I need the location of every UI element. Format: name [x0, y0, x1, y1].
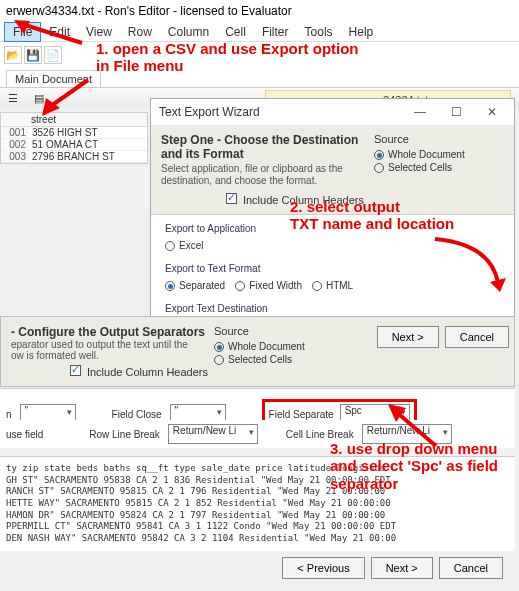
open-icon[interactable]: 📂 — [4, 46, 22, 64]
row-number: 001 — [1, 127, 29, 138]
field-n-label: n — [6, 409, 12, 420]
grid-row: 001 3526 HIGH ST — [1, 127, 147, 139]
separated-radio[interactable]: Separated — [165, 280, 225, 291]
save-icon[interactable]: 💾 — [24, 46, 42, 64]
close-icon[interactable]: ✕ — [478, 105, 506, 119]
source-title: Source — [374, 133, 504, 145]
row-linebreak-dropdown[interactable]: Return/New Li — [168, 424, 258, 444]
cell[interactable]: 51 OMAHA CT — [29, 139, 101, 150]
include-headers2-label: Include Column Headers — [87, 366, 208, 378]
field-close-label: Field Close — [112, 409, 162, 420]
window-title: erwerw34334.txt - Ron's Editor - license… — [6, 4, 292, 18]
wizard-title: Text Export Wizard — [159, 105, 260, 119]
grid-header: street — [1, 113, 147, 127]
toolbar: 📂 💾 📄 — [0, 42, 519, 68]
include-headers-checkbox[interactable] — [226, 193, 237, 204]
menubar: File Edit View Row Column Cell Filter To… — [0, 22, 519, 42]
cell-linebreak-dropdown[interactable]: Return/New Li — [362, 424, 452, 444]
menu-row[interactable]: Row — [120, 23, 160, 41]
prev-button[interactable]: < Previous — [282, 557, 364, 579]
cancel2-button[interactable]: Cancel — [439, 557, 503, 579]
export-textfmt-label: Export to Text Format — [165, 263, 500, 274]
cell-linebreak-label: Cell Line Break — [286, 429, 354, 440]
source-selected-cells-radio[interactable]: Selected Cells — [374, 162, 504, 173]
excel-radio[interactable]: Excel — [165, 240, 203, 251]
menu-cell[interactable]: Cell — [217, 23, 254, 41]
source2-whole-radio[interactable]: Whole Document — [214, 341, 344, 352]
source2-selected-radio[interactable]: Selected Cells — [214, 354, 344, 365]
export-app-label: Export to Application — [165, 223, 500, 234]
step1-buttons: Next > Cancel — [377, 326, 509, 348]
cell[interactable]: 2796 BRANCH ST — [29, 151, 118, 162]
grid-row: 002 51 OMAHA CT — [1, 139, 147, 151]
data-grid: street 001 3526 HIGH ST 002 51 OMAHA CT … — [0, 112, 148, 164]
menu-column[interactable]: Column — [160, 23, 217, 41]
footer-buttons: < Previous Next > Cancel — [276, 551, 509, 585]
next-button[interactable]: Next > — [377, 326, 439, 348]
fixedwidth-radio[interactable]: Fixed Width — [235, 280, 302, 291]
menu-help[interactable]: Help — [341, 23, 382, 41]
wizard-titlebar: Text Export Wizard — ☐ ✕ — [151, 99, 514, 125]
doc-tabbar: Main Document — [0, 68, 519, 88]
row-number: 003 — [1, 151, 29, 162]
window-controls: — ☐ ✕ — [406, 105, 506, 119]
step2-desc: eparator used to output the text until t… — [11, 339, 214, 361]
menu-tools[interactable]: Tools — [297, 23, 341, 41]
window-titlebar: erwerw34334.txt - Ron's Editor - license… — [0, 0, 519, 22]
minimize-icon[interactable]: — — [406, 105, 434, 119]
use-field-label: use field — [6, 429, 43, 440]
source-whole-doc-radio[interactable]: Whole Document — [374, 149, 504, 160]
preview-text: ty zip state beds baths sq__ft type sale… — [0, 456, 515, 551]
step1-desc: Select application, file or clipboard as… — [161, 163, 374, 187]
menu-filter[interactable]: Filter — [254, 23, 297, 41]
step1-heading: Step One - Choose the Destination and it… — [161, 133, 374, 161]
html-radio[interactable]: HTML — [312, 280, 353, 291]
linebreak-row: use field Row Line Break Return/New Li C… — [0, 420, 515, 448]
sub-tab2[interactable]: ▤ — [26, 90, 52, 107]
source2-title: Source — [214, 325, 344, 337]
step2-heading: - Configure the Output Separators — [11, 325, 214, 339]
field-separate-label: Field Separate — [269, 409, 334, 420]
sub-tab1[interactable]: ☰ — [0, 90, 26, 107]
export-dest-label: Export Text Destination — [165, 303, 500, 314]
cell[interactable]: 3526 HIGH ST — [29, 127, 101, 138]
include-headers2-checkbox[interactable] — [70, 365, 81, 376]
grid-row: 003 2796 BRANCH ST — [1, 151, 147, 163]
row-number: 002 — [1, 139, 29, 150]
menu-file[interactable]: File — [4, 22, 41, 42]
main-document-tab[interactable]: Main Document — [6, 70, 101, 87]
cancel-button[interactable]: Cancel — [445, 326, 509, 348]
wizard-step1-header: Step One - Choose the Destination and it… — [151, 125, 514, 215]
maximize-icon[interactable]: ☐ — [442, 105, 470, 119]
row-linebreak-label: Row Line Break — [89, 429, 160, 440]
next2-button[interactable]: Next > — [371, 557, 433, 579]
menu-edit[interactable]: Edit — [41, 23, 78, 41]
menu-view[interactable]: View — [78, 23, 120, 41]
doc-icon[interactable]: 📄 — [44, 46, 62, 64]
include-headers-label: Include Column Headers — [243, 194, 364, 206]
